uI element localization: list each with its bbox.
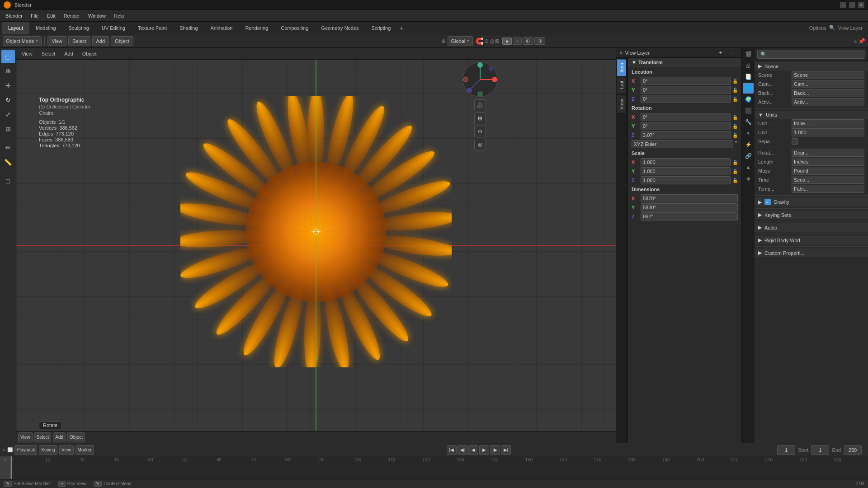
separate-units-toggle[interactable] (792, 138, 798, 145)
jump-to-next-keyframe-button[interactable]: |▶ (490, 445, 500, 455)
overlay-icon[interactable]: ◎ (490, 38, 494, 44)
viewport-add-btn[interactable]: Add (53, 432, 66, 442)
close-button[interactable]: ✕ (858, 2, 864, 8)
loc-z-input[interactable]: 0° (641, 95, 731, 103)
overlay-button[interactable]: ◎ (474, 139, 486, 150)
mass-value[interactable]: Pound (792, 167, 864, 175)
viewport-view-menu[interactable]: View (18, 50, 36, 57)
keying-sets-section-header[interactable]: ▶ Keying Sets (755, 211, 868, 219)
n-tab-view[interactable]: View (617, 95, 627, 114)
tab-modeling[interactable]: Modeling (29, 22, 62, 34)
rotation-mode-dropdown[interactable]: XYZ Euler ▼ (632, 140, 738, 148)
tab-compositing[interactable]: Compositing (274, 22, 315, 34)
camera-view-button[interactable]: 🎥 (474, 99, 486, 111)
rot-z-lock-icon[interactable]: 🔓 (732, 133, 738, 138)
n-tab-tool[interactable]: Tool (617, 77, 627, 94)
cursor-tool[interactable]: ⊕ (1, 64, 15, 78)
jump-to-prev-keyframe-button[interactable]: ◀| (458, 445, 467, 455)
tab-layout[interactable]: Layout (2, 22, 29, 34)
rot-y-lock-icon[interactable]: 🔓 (732, 124, 738, 129)
solid-view-button[interactable]: ● (502, 38, 512, 45)
gravity-section-header[interactable]: ▶ ✓ Gravity (755, 197, 868, 206)
props-tab-world[interactable]: 🌍 (743, 94, 754, 105)
rot-z-input[interactable]: 3.07° (641, 131, 731, 139)
props-tab-view-layer[interactable]: 📑 (743, 71, 754, 82)
menu-edit[interactable]: Edit (43, 12, 59, 19)
select-menu-button[interactable]: Select (68, 36, 90, 46)
unit-system-value[interactable]: Impe... (792, 119, 864, 127)
rotation-unit-value[interactable]: Degr... (792, 149, 864, 157)
menu-window[interactable]: Window (85, 12, 109, 19)
maximize-button[interactable]: □ (849, 2, 855, 8)
tab-rendering[interactable]: Rendering (239, 22, 274, 34)
audio-section-header[interactable]: ▶ Audio (755, 223, 868, 232)
custom-properties-section-header[interactable]: ▶ Custom Properti... (755, 249, 868, 257)
loc-x-lock-icon[interactable]: 🔓 (732, 79, 738, 84)
add-menu-button[interactable]: Add (92, 36, 109, 46)
temperature-value[interactable]: Fahr... (792, 185, 864, 193)
rigid-body-world-section-header[interactable]: ▶ Rigid Body Worl (755, 236, 868, 244)
rot-x-input[interactable]: 0° (641, 113, 731, 121)
pin-icon[interactable]: 📌 (859, 38, 865, 44)
props-tab-output[interactable]: 🖨 (743, 60, 754, 71)
scale-x-input[interactable]: 1.000 (641, 158, 731, 166)
playback-menu-button[interactable]: Playback (14, 445, 38, 455)
props-tab-particles[interactable]: ✦ (743, 128, 754, 139)
loc-z-lock-icon[interactable]: 🔓 (732, 97, 738, 102)
viewport-add-menu[interactable]: Add (61, 50, 77, 57)
props-tab-constraints[interactable]: 🔗 (743, 150, 754, 161)
unit-scale-value[interactable]: 1.000 (792, 128, 864, 136)
jump-to-end-button[interactable]: ▶| (501, 445, 511, 455)
tab-animation[interactable]: Animation (204, 22, 239, 34)
menu-blender[interactable]: Blender (2, 12, 26, 19)
scale-z-input[interactable]: 1.000 (641, 176, 731, 184)
scale-y-lock-icon[interactable]: 🔓 (732, 169, 738, 174)
xray-icon[interactable]: ⊠ (495, 38, 500, 44)
viewport-object-btn[interactable]: Object (67, 432, 85, 442)
props-tab-object[interactable]: ⬛ (743, 105, 754, 116)
time-value[interactable]: Seco... (792, 176, 864, 184)
viewport-object-menu[interactable]: Object (79, 50, 100, 57)
viewport-select-btn[interactable]: Select (34, 432, 52, 442)
tab-uv-editing[interactable]: UV Editing (95, 22, 132, 34)
timeline-ruler-area[interactable]: 1 11020304050607080901001101201301401501… (0, 456, 868, 479)
annotate-tool[interactable]: ✏ (1, 141, 15, 155)
scale-y-input[interactable]: 1.000 (641, 167, 731, 175)
camera-value[interactable]: Cam... (792, 80, 864, 88)
perspective-toggle-button[interactable]: ⊞ (474, 113, 486, 124)
scale-x-lock-icon[interactable]: 🔓 (732, 160, 738, 165)
rotate-tool[interactable]: ↻ (1, 93, 15, 107)
menu-file[interactable]: File (27, 12, 42, 19)
magnet-icon[interactable]: 🧲 (476, 38, 483, 45)
background-value[interactable]: Back... (792, 89, 864, 97)
jump-to-start-button[interactable]: |◀ (447, 445, 457, 455)
loc-y-lock-icon[interactable]: 🔓 (732, 88, 738, 93)
timeline-view-menu-button[interactable]: View (59, 445, 74, 455)
viewport-view-btn[interactable]: View (18, 432, 33, 442)
units-section-header[interactable]: ▼ Units (755, 111, 868, 119)
scale-tool[interactable]: ⤢ (1, 108, 15, 121)
timeline-editor-type-icon[interactable]: ≡ (3, 447, 5, 452)
tab-shading[interactable]: Shading (173, 22, 204, 34)
viewport-area[interactable]: View Select Add Object Top Orthographic … (16, 48, 616, 443)
tab-sculpting[interactable]: Sculpting (62, 22, 95, 34)
viewport-select-menu[interactable]: Select (38, 50, 59, 57)
dim-z-input[interactable]: 862° (641, 212, 738, 221)
props-tab-material[interactable]: ◈ (743, 173, 754, 184)
keying-menu-button[interactable]: Keying (39, 445, 57, 455)
props-tab-object-data[interactable]: ▲ (743, 162, 754, 173)
dim-x-input[interactable]: 5870° (641, 194, 738, 202)
view-layer-remove-button[interactable]: - (727, 48, 738, 58)
dim-y-input[interactable]: 5830° (641, 203, 738, 211)
measure-tool[interactable]: 📏 (1, 155, 15, 169)
play-reverse-button[interactable]: ◀ (468, 445, 478, 455)
tab-texture-paint[interactable]: Texture Paint (132, 22, 173, 34)
scale-z-lock-icon[interactable]: 🔓 (732, 178, 738, 183)
play-forward-button[interactable]: ▶ (479, 445, 489, 455)
props-search-box[interactable]: 🔍 (757, 50, 865, 59)
rot-x-lock-icon[interactable]: 🔓 (732, 115, 738, 120)
wireframe-view-button[interactable]: ○ (513, 38, 522, 45)
tab-scripting[interactable]: Scripting (365, 22, 397, 34)
loc-x-input[interactable]: 0° (641, 77, 731, 85)
tab-geometry-nodes[interactable]: Geometry Nodes (315, 22, 365, 34)
